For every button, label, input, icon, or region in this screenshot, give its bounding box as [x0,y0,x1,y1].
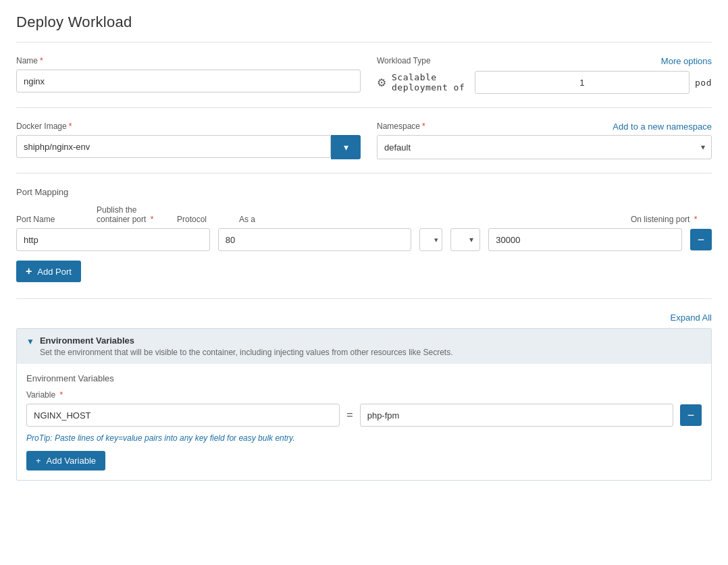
minus-icon: − [698,233,705,247]
more-options-link[interactable]: More options [661,56,712,66]
section-divider-2 [16,173,712,173]
namespace-select[interactable]: default kube-system kube-public [377,135,712,159]
env-variables-section: Expand All ▼ Environment Variables Set t… [16,313,712,481]
add-port-button[interactable]: + Add Port [16,261,81,282]
name-label: Name* [16,56,361,65]
add-namespace-link[interactable]: Add to a new namespace [613,122,712,132]
pod-count-input[interactable] [475,71,690,94]
env-header-text: Environment Variables Set the environmen… [40,335,453,357]
add-port-label: Add Port [37,267,72,277]
docker-dropdown-button[interactable]: ▾ [331,135,361,159]
equals-sign: = [346,409,353,421]
as-a-select[interactable]: NodePort (On every node) ClusterIP (Inte… [450,228,480,251]
port-name-header: Port Name [16,215,88,224]
port-headers: Port Name Publish the container port * P… [16,205,712,224]
workload-description-suffix: pod [695,78,712,88]
name-workload-section: Name* More options Workload Type ⚙ Scala… [16,56,712,94]
port-name-input[interactable] [16,228,210,251]
section-divider-1 [16,107,712,108]
plus-icon: + [26,265,32,277]
env-key-input[interactable] [26,404,340,427]
docker-col: Docker Image* ▾ [16,122,361,159]
listening-header: On listening port * [631,215,712,224]
docker-image-input[interactable] [16,135,331,158]
workload-description-prefix: Scalable deployment of [392,72,469,92]
collapse-arrow-icon[interactable]: ▼ [26,337,34,346]
docker-image-row: ▾ [16,135,361,159]
plus-icon: + [36,456,41,466]
port-mapping-section: Port Mapping Port Name Publish the conta… [16,187,712,282]
add-variable-label: Add Variable [47,456,96,466]
name-col: Name* [16,56,361,92]
protocol-header: Protocol [177,215,231,224]
env-var-labels: Variable * [26,390,702,400]
remove-variable-button[interactable]: − [680,404,702,426]
title-divider [16,42,712,43]
workload-type-row: ⚙ Scalable deployment of pod [377,71,712,94]
asa-header: As a [239,215,623,224]
name-input[interactable] [16,70,361,92]
expand-all-link[interactable]: Expand All [671,313,712,323]
env-body-label: Environment Variables [26,373,702,383]
env-variable-row: = − [26,404,702,427]
env-body: Environment Variables Variable * = − Pro… [16,364,712,481]
namespace-col: Add to a new namespace Namespace* defaul… [377,122,712,159]
protocol-wrapper: TCP UDP ▾ [419,228,442,251]
workload-type-col: More options Workload Type ⚙ Scalable de… [377,56,712,94]
namespace-select-wrapper: default kube-system kube-public ▾ [377,135,712,159]
asa-wrapper: NodePort (On every node) ClusterIP (Inte… [450,228,480,251]
page-title: Deploy Workload [16,14,712,31]
expand-all-wrapper: Expand All [16,313,712,323]
port-publish-input[interactable] [218,228,412,251]
minus-icon: − [687,408,695,423]
env-section-title: Environment Variables [40,335,453,346]
docker-image-label: Docker Image* [16,122,361,131]
port-mapping-title: Port Mapping [16,187,712,197]
protip-text: ProTip: Paste lines of key=value pairs i… [26,433,702,443]
env-section-description: Set the environment that will be visible… [40,348,453,357]
scalable-icon: ⚙ [377,75,386,90]
add-variable-button[interactable]: + Add Variable [26,451,105,470]
docker-namespace-section: Docker Image* ▾ Add to a new namespace N… [16,122,712,159]
env-section-header: ▼ Environment Variables Set the environm… [16,328,712,364]
protocol-select[interactable]: TCP UDP [419,228,442,251]
port-row: TCP UDP ▾ NodePort (On every node) Clust… [16,228,712,251]
env-value-input[interactable] [360,404,673,427]
listening-port-input[interactable] [488,228,682,251]
publish-header: Publish the container port * [97,205,169,224]
remove-port-button[interactable]: − [690,229,712,250]
chevron-down-icon: ▾ [344,142,348,153]
section-divider-3 [16,298,712,299]
